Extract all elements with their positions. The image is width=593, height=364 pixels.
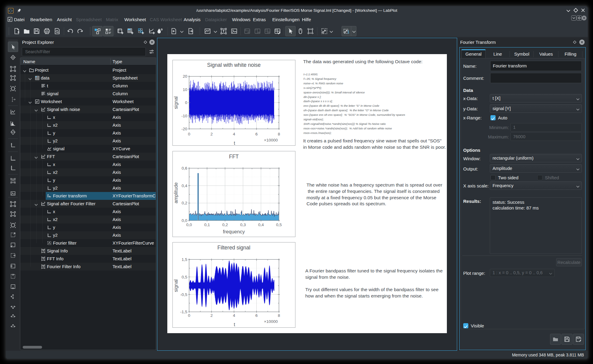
svg-text:0,2: 0,2 [182,201,187,205]
svg-text:0,4: 0,4 [182,184,187,188]
svg-text:0,5: 0,5 [276,223,282,227]
svg-text:6: 6 [255,313,258,318]
svg-text:1,5: 1,5 [182,257,187,262]
svg-text:×10000: ×10000 [264,138,278,142]
svg-text:FFT: FFT [229,154,239,160]
svg-text:8: 8 [278,132,280,136]
svg-text:0,2: 0,2 [222,223,228,227]
svg-text:0: 0 [185,100,187,105]
svg-text:0,5: 0,5 [182,275,187,279]
svg-text:amplitude: amplitude [173,182,179,203]
svg-text:-20: -20 [181,127,187,131]
svg-text:0,0: 0,0 [186,223,192,227]
svg-text:t: t [234,141,235,146]
svg-text:0,6: 0,6 [182,166,187,171]
svg-text:-0,5: -0,5 [180,292,187,297]
svg-text:Signal with white noise: Signal with white noise [207,62,260,68]
svg-text:4: 4 [233,132,235,136]
svg-text:t: t [234,322,235,327]
svg-text:4: 4 [233,313,235,318]
svg-text:0,1: 0,1 [204,223,210,227]
svg-text:2: 2 [210,132,213,136]
svg-text:-1,5: -1,5 [180,310,187,314]
svg-text:×10000: ×10000 [264,319,278,324]
svg-text:-10: -10 [181,114,187,118]
svg-text:signal: signal [173,96,179,109]
svg-text:0,4: 0,4 [258,223,264,227]
svg-text:0: 0 [188,313,190,318]
svg-text:10: 10 [183,87,187,92]
svg-text:0: 0 [188,132,190,136]
svg-text:Filtered signal: Filtered signal [218,245,251,251]
svg-text:2: 2 [210,313,213,318]
svg-text:signal: signal [173,279,179,292]
svg-text:20: 20 [183,74,187,79]
svg-text:frequency: frequency [223,229,245,234]
svg-text:6: 6 [255,132,258,136]
svg-text:8: 8 [278,313,280,318]
svg-text:0,3: 0,3 [240,223,246,227]
